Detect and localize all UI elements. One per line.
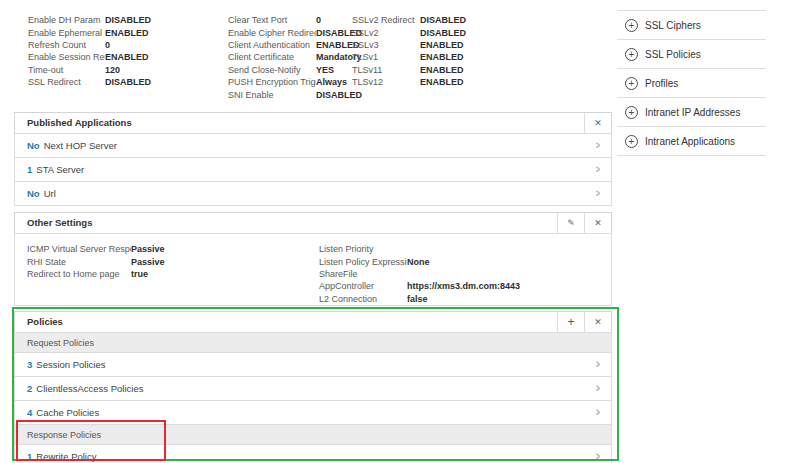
list-item-session-policies[interactable]: 3 Session Policies > <box>14 352 612 377</box>
param-label: Time-out <box>28 65 105 75</box>
other-settings-panel: Other Settings ✎ ✕ ICMP Virtual Server R… <box>14 212 612 306</box>
plus-circle-icon: + <box>625 135 638 148</box>
setting-value: true <box>131 269 148 279</box>
published-applications-header: Published Applications ✕ <box>14 112 612 134</box>
param-value: ENABLED <box>420 52 464 62</box>
param-row: Enable Ephemeral RSAENABLED <box>28 26 151 38</box>
param-row: SSLv3ENABLED <box>352 39 466 51</box>
count-badge: 1 <box>27 164 32 175</box>
param-row: Enable DH ParamDISABLED <box>28 14 151 26</box>
list-item-next-hop-server[interactable]: No Next HOP Server > <box>14 133 612 158</box>
param-value: DISABLED <box>105 77 151 87</box>
list-item-clientless-access-policies[interactable]: 2 ClientlessAccess Policies > <box>14 376 612 401</box>
param-label: Send Close-Notify <box>228 65 316 75</box>
sidebar-item-label: Intranet Applications <box>645 136 735 147</box>
advanced-settings-sidebar: + SSL Ciphers + SSL Policies + Profiles … <box>617 10 766 156</box>
request-policies-subheader: Request Policies <box>14 332 612 353</box>
param-value: 120 <box>105 65 120 75</box>
setting-label: Listen Priority <box>319 244 407 254</box>
param-value: DISABLED <box>105 15 151 25</box>
other-settings-left-column: ICMP Virtual Server ResponsePassive RHI … <box>27 243 165 280</box>
setting-label: Listen Policy Expression <box>319 257 407 267</box>
list-item-label: Cache Policies <box>36 407 99 418</box>
ssl-parameters-column-1: Enable DH ParamDISABLED Enable Ephemeral… <box>28 14 151 88</box>
param-value: ENABLED <box>420 65 464 75</box>
close-icon[interactable]: ✕ <box>584 113 611 133</box>
count-badge: No <box>27 188 40 199</box>
param-value: DISABLED <box>316 90 362 100</box>
published-applications-panel: Published Applications ✕ No Next HOP Ser… <box>14 112 612 206</box>
setting-label: Redirect to Home page <box>27 269 131 279</box>
chevron-right-icon: > <box>596 140 600 151</box>
setting-value: None <box>407 257 430 267</box>
chevron-right-icon: > <box>596 407 600 418</box>
param-label: TLSv11 <box>352 65 420 75</box>
sidebar-item-ssl-ciphers[interactable]: + SSL Ciphers <box>617 11 766 40</box>
setting-value: https://xms3.dm.com:8443 <box>407 281 520 291</box>
chevron-right-icon: > <box>596 451 600 462</box>
param-value: DISABLED <box>420 15 466 25</box>
param-value: YES <box>316 65 334 75</box>
setting-label: RHI State <box>27 257 131 267</box>
param-label: Enable Ephemeral RSA <box>28 28 105 38</box>
list-item-label: Rewrite Policy <box>36 451 96 462</box>
policies-panel: Policies + ✕ Request Policies 3 Session … <box>14 311 612 463</box>
param-row: SNI EnableDISABLED <box>228 88 362 100</box>
list-item-label: Url <box>44 188 56 199</box>
plus-circle-icon: + <box>625 106 638 119</box>
param-label: Enable Cipher Redirect <box>228 28 316 38</box>
sidebar-item-label: SSL Policies <box>645 49 701 60</box>
plus-circle-icon: + <box>625 48 638 61</box>
list-item-rewrite-policy[interactable]: 1 Rewrite Policy > <box>14 444 612 463</box>
close-icon[interactable]: ✕ <box>584 213 611 233</box>
close-icon[interactable]: ✕ <box>584 312 611 332</box>
param-value: ENABLED <box>105 52 149 62</box>
param-row: Client CertificateMandatory <box>228 51 362 63</box>
setting-row: L2 Connectionfalse <box>319 293 520 305</box>
param-row: TLSv1ENABLED <box>352 51 466 63</box>
sidebar-item-intranet-applications[interactable]: + Intranet Applications <box>617 127 766 156</box>
list-item-label: ClientlessAccess Policies <box>36 383 143 394</box>
edit-icon[interactable]: ✎ <box>557 213 584 233</box>
list-item-label: Session Policies <box>36 359 105 370</box>
response-policies-subheader: Response Policies <box>14 424 612 445</box>
setting-row: Redirect to Home pagetrue <box>27 268 165 280</box>
param-label: SSLv2 Redirect <box>352 15 420 25</box>
param-value: ENABLED <box>105 28 149 38</box>
panel-title: Policies <box>15 312 557 332</box>
list-item-sta-server[interactable]: 1 STA Server > <box>14 157 612 182</box>
add-policy-icon[interactable]: + <box>557 312 584 332</box>
param-label: TLSv12 <box>352 77 420 87</box>
sidebar-item-label: Intranet IP Addresses <box>645 107 740 118</box>
setting-label: ICMP Virtual Server Response <box>27 244 131 254</box>
plus-circle-icon: + <box>625 77 638 90</box>
count-badge: 3 <box>27 359 32 370</box>
list-item-label: Next HOP Server <box>44 140 117 151</box>
panel-title: Published Applications <box>15 113 584 133</box>
list-item-label: STA Server <box>36 164 84 175</box>
count-badge: 4 <box>27 407 32 418</box>
param-label: SNI Enable <box>228 90 316 100</box>
chevron-right-icon: > <box>596 164 600 175</box>
param-row: TLSv11ENABLED <box>352 64 466 76</box>
count-badge: 1 <box>27 451 32 462</box>
other-settings-right-column: Listen Priority Listen Policy Expression… <box>319 243 520 305</box>
param-value: Always <box>316 77 347 87</box>
sidebar-item-profiles[interactable]: + Profiles <box>617 69 766 98</box>
sidebar-item-ssl-policies[interactable]: + SSL Policies <box>617 40 766 69</box>
sidebar-item-intranet-ip-addresses[interactable]: + Intranet IP Addresses <box>617 98 766 127</box>
setting-row: Listen Priority <box>319 243 520 255</box>
other-settings-body: ICMP Virtual Server ResponsePassive RHI … <box>14 233 612 306</box>
gateway-vserver-page: Enable DH ParamDISABLED Enable Ephemeral… <box>0 0 790 463</box>
list-item-url[interactable]: No Url > <box>14 181 612 206</box>
param-label: Client Authentication <box>228 40 316 50</box>
panel-title: Other Settings <box>15 213 557 233</box>
param-row: Enable Cipher RedirectDISABLED <box>228 26 362 38</box>
chevron-right-icon: > <box>596 383 600 394</box>
ssl-parameters-column-3: SSLv2 RedirectDISABLED SSLv2DISABLED SSL… <box>352 14 466 88</box>
setting-value: Passive <box>131 257 165 267</box>
setting-value: false <box>407 294 428 304</box>
policies-header: Policies + ✕ <box>14 311 612 333</box>
param-label: Refresh Count <box>28 40 105 50</box>
list-item-cache-policies[interactable]: 4 Cache Policies > <box>14 400 612 425</box>
